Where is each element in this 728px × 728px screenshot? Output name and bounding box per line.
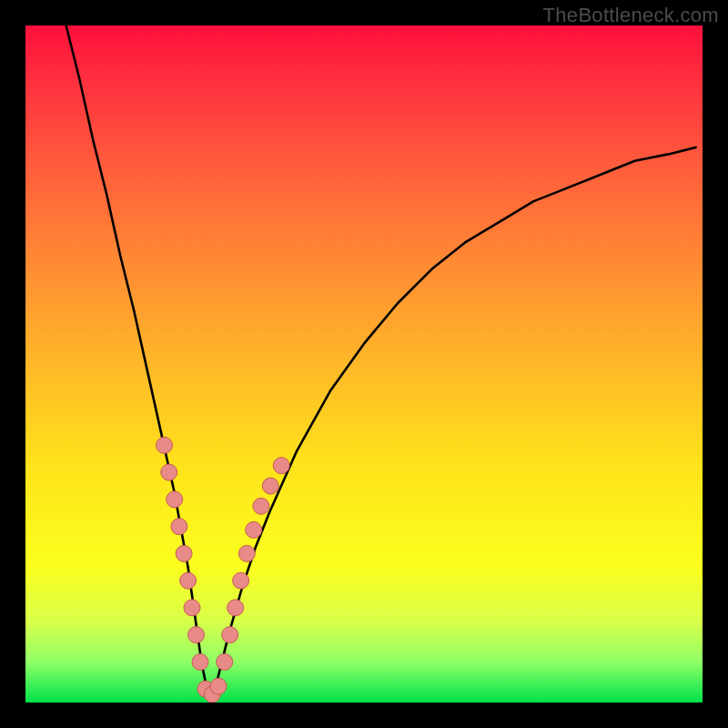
data-dot: [188, 627, 205, 643]
plot-svg: [25, 25, 703, 703]
data-dot: [184, 600, 200, 616]
data-dot: [233, 572, 249, 589]
data-dot: [192, 653, 208, 670]
data-dot: [180, 572, 197, 589]
data-dot: [253, 498, 269, 514]
data-dot: [246, 521, 262, 538]
data-dot: [222, 627, 238, 643]
bottleneck-curve: [66, 25, 696, 696]
chart-frame: TheBottleneck.com: [0, 0, 728, 728]
data-dot: [217, 653, 233, 670]
data-dot: [157, 437, 173, 453]
data-dot: [161, 464, 177, 480]
data-dot: [176, 545, 192, 561]
data-dots: [157, 437, 290, 703]
data-dot: [167, 491, 183, 508]
data-dot: [273, 458, 289, 474]
data-dot: [171, 519, 187, 535]
data-dot: [228, 600, 244, 616]
data-dot: [210, 678, 227, 694]
watermark-text: TheBottleneck.com: [543, 4, 719, 27]
data-dot: [262, 478, 278, 494]
plot-area: [25, 25, 703, 703]
data-dot: [238, 545, 255, 561]
